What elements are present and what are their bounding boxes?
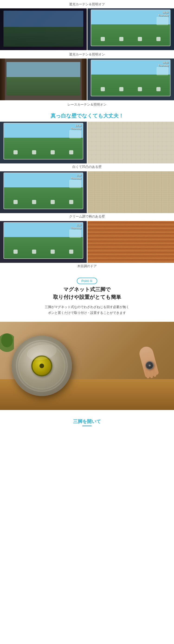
screen-time-4: 1:39 Thursday (71, 174, 82, 180)
bottom-title-section: 三脚を開いて (0, 410, 174, 431)
image-row-5: 1:33 Thursday (0, 221, 174, 263)
cream-wall-screen: 1:39 Thursday (0, 171, 87, 213)
heading-white-wall: 真っ白な壁でなくても大丈夫！ (0, 109, 174, 122)
bottom-underline (82, 426, 92, 426)
screen-widget-1 (156, 17, 168, 25)
screen-icons-3 (4, 150, 83, 154)
image-row-4: 1:39 Thursday (0, 171, 174, 213)
point-badge: Point ⑤ (0, 278, 174, 284)
caption-2: クリーム調で柄のある壁 (0, 213, 174, 221)
point-desc: 三脚がマグネット式なのでわざわざねじを回す必要が無く ポンと置くだけで取り付け・… (0, 302, 174, 320)
section-label-3: レースカーテン＆照明オン (0, 100, 174, 109)
screen-icons-4 (4, 200, 83, 204)
light-screen-right: 14:32 Thursday (88, 58, 174, 100)
screen-time-1: 14:34 Thursday (158, 11, 169, 17)
screen-icons-1 (91, 37, 170, 41)
section-label-2: 遮光カーテン＆照明オン (0, 50, 174, 58)
screen-time-2: 14:32 Thursday (158, 61, 169, 67)
caption-1: 白くて凹凸のある壁 (0, 164, 174, 171)
cream-wall-texture (88, 171, 174, 213)
dark-screen-right: 14:34 Thursday (88, 8, 174, 50)
screen-widget-4 (69, 180, 81, 188)
wood-texture (88, 221, 174, 263)
screen-icons-5 (4, 250, 83, 254)
white-wall-screen: 14:36 Thursday (0, 122, 87, 164)
image-row-1: 14:34 Thursday (0, 8, 174, 50)
image-row-2: 14:32 Thursday (0, 58, 174, 100)
section-label-1: 遮光カーテン＆照明オフ (0, 0, 174, 8)
wood-door-screen: 1:33 Thursday (0, 221, 87, 263)
dark-room-left (0, 8, 87, 50)
bottom-title: 三脚を開いて (0, 414, 174, 426)
caption-3: 木目調のドア (0, 263, 174, 271)
screen-time-5: 1:33 Thursday (71, 224, 82, 230)
tripod-image (0, 322, 174, 410)
image-row-3: 14:36 Thursday (0, 122, 174, 164)
light-room-left (0, 58, 87, 100)
screen-widget-5 (69, 230, 81, 238)
white-wall-texture (88, 122, 174, 164)
screen-widget-2 (156, 67, 168, 75)
screen-time-3: 14:36 Thursday (71, 124, 82, 130)
point-section: Point ⑤ マグネット式三脚で 取り付けや設置がとても簡単 三脚がマグネット… (0, 275, 174, 322)
screen-widget-3 (69, 130, 81, 138)
point-heading: マグネット式三脚で 取り付けや設置がとても簡単 (0, 284, 174, 302)
screen-icons-2 (91, 87, 170, 91)
